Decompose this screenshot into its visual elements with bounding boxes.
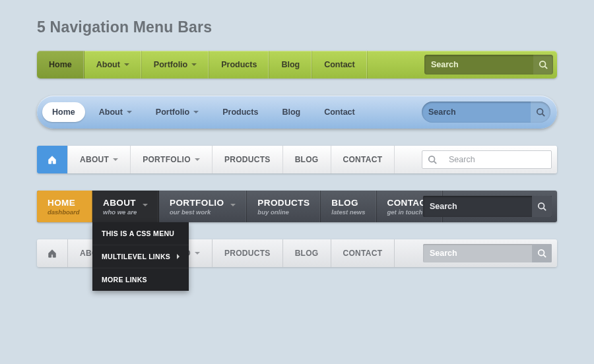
nav-item-portfolio[interactable]: Portfolio — [146, 102, 209, 122]
svg-line-9 — [544, 255, 546, 258]
chevron-down-icon — [143, 204, 148, 206]
nav-item-label: Contact — [324, 60, 355, 69]
nav-item-subtitle: buy online — [257, 208, 289, 216]
svg-line-1 — [545, 67, 548, 69]
nav-item-contact[interactable]: CONTACT — [331, 239, 395, 267]
nav-item-blog[interactable]: BLOG latest news — [321, 191, 376, 222]
search-input[interactable] — [442, 151, 551, 168]
nav-item-contact[interactable]: Contact — [312, 51, 368, 78]
nav-item-label: PORTFOLIO — [170, 198, 224, 208]
nav-item-portfolio[interactable]: PORTFOLIO — [131, 146, 213, 173]
nav-item-products[interactable]: PRODUCTS — [213, 239, 283, 267]
nav-item-label: Portfolio — [154, 60, 187, 69]
dropdown-item[interactable]: THIS IS A CSS MENU — [92, 222, 189, 245]
nav-item-label: BLOG — [295, 249, 319, 258]
nav-item-contact[interactable]: CONTACT — [331, 146, 395, 173]
nav-item-portfolio[interactable]: Portfolio — [142, 51, 209, 78]
chevron-down-icon — [195, 252, 200, 255]
chevron-down-icon — [191, 63, 197, 66]
nav-item-label: PRODUCTS — [257, 198, 310, 208]
search-box — [423, 244, 552, 262]
search-icon — [537, 249, 546, 258]
home-icon — [48, 155, 57, 164]
search-button[interactable] — [422, 151, 442, 168]
search-input[interactable] — [423, 244, 532, 262]
nav-item-contact[interactable]: Contact — [314, 102, 365, 122]
nav-item-label: Home — [49, 60, 72, 69]
dropdown-menu: THIS IS A CSS MENU MULTILEVEL LINKS MORE… — [92, 222, 189, 291]
chevron-down-icon — [195, 158, 200, 161]
dropdown-item[interactable]: MORE LINKS — [92, 268, 189, 291]
nav-item-label: About — [96, 60, 120, 69]
nav-item-label: CONTACT — [343, 155, 383, 164]
dropdown-item-label: MULTILEVEL LINKS — [102, 253, 170, 260]
nav-item-about[interactable]: About — [84, 51, 142, 78]
nav-item-label: Products — [222, 107, 258, 117]
nav-item-products[interactable]: PRODUCTS — [213, 146, 283, 173]
nav-bar-dark: HOME dashboard ABOUT who we are PORTFOLI… — [37, 191, 557, 222]
nav-item-blog[interactable]: BLOG — [283, 239, 331, 267]
nav-bar-green: Home About Portfolio Products Blog Conta… — [37, 51, 557, 78]
search-input[interactable] — [423, 196, 532, 217]
nav-item-about[interactable]: About — [89, 102, 142, 122]
home-icon — [48, 249, 57, 258]
nav-item-about[interactable]: ABOUT — [68, 146, 131, 173]
search-box — [423, 196, 552, 217]
nav-item-label: About — [99, 107, 123, 117]
nav-item-label: BLOG — [295, 155, 319, 164]
search-button[interactable] — [532, 196, 552, 217]
nav-item-label: PRODUCTS — [224, 155, 271, 164]
nav-item-blog[interactable]: Blog — [272, 102, 310, 122]
nav-item-products[interactable]: PRODUCTS buy online — [247, 191, 321, 222]
nav-item-subtitle: get in touch — [387, 208, 423, 216]
nav-item-label: Contact — [324, 107, 355, 117]
nav-item-subtitle: who we are — [103, 208, 137, 216]
svg-point-2 — [537, 109, 543, 115]
dropdown-item[interactable]: MULTILEVEL LINKS — [92, 245, 189, 268]
search-button[interactable] — [533, 55, 553, 75]
nav-item-home[interactable]: HOME dashboard — [37, 191, 92, 222]
nav-item-about[interactable]: ABOUT who we are — [92, 191, 159, 222]
nav-item-subtitle: dashboard — [48, 208, 80, 216]
nav-item-label: Portfolio — [156, 107, 189, 117]
nav-item-label: HOME — [48, 198, 75, 208]
svg-line-3 — [543, 114, 545, 117]
nav-item-home[interactable] — [37, 239, 68, 267]
svg-line-7 — [544, 208, 546, 211]
nav-item-label: PRODUCTS — [224, 249, 271, 258]
chevron-down-icon — [113, 158, 118, 161]
nav-item-portfolio[interactable]: PORTFOLIO our best work — [159, 191, 247, 222]
nav-bar-blue-pill: Home About Portfolio Products Blog Conta… — [37, 96, 557, 129]
nav-item-label: PORTFOLIO — [143, 155, 191, 164]
nav-item-label: Blog — [281, 60, 300, 69]
nav-item-home[interactable] — [37, 146, 68, 173]
nav-item-label: Home — [52, 107, 75, 117]
search-button[interactable] — [531, 102, 550, 123]
nav-item-home[interactable]: Home — [37, 51, 84, 78]
chevron-down-icon — [193, 111, 199, 113]
search-icon — [428, 155, 437, 164]
dropdown-item-label: MORE LINKS — [102, 276, 147, 284]
nav-item-home[interactable]: Home — [42, 102, 85, 122]
chevron-right-icon — [177, 254, 180, 259]
page-title: 5 Navigation Menu Bars — [37, 18, 557, 36]
search-input[interactable] — [422, 102, 531, 123]
nav-item-products[interactable]: Products — [213, 102, 268, 122]
nav-item-label: ABOUT — [80, 155, 109, 164]
nav-item-products[interactable]: Products — [209, 51, 269, 78]
nav-item-label: ABOUT — [103, 198, 136, 208]
nav-item-subtitle: our best work — [170, 208, 211, 216]
svg-point-0 — [540, 61, 546, 67]
search-icon — [537, 202, 546, 211]
search-input[interactable] — [424, 55, 533, 75]
nav-item-blog[interactable]: Blog — [269, 51, 312, 78]
nav-item-label: CONTACT — [343, 249, 383, 258]
search-box — [422, 150, 552, 169]
search-box — [422, 102, 550, 123]
svg-point-6 — [539, 203, 544, 209]
nav-item-blog[interactable]: BLOG — [283, 146, 331, 173]
search-button[interactable] — [532, 244, 552, 262]
nav-item-subtitle: latest news — [331, 208, 365, 216]
svg-point-8 — [539, 250, 544, 256]
chevron-down-icon — [124, 63, 129, 66]
